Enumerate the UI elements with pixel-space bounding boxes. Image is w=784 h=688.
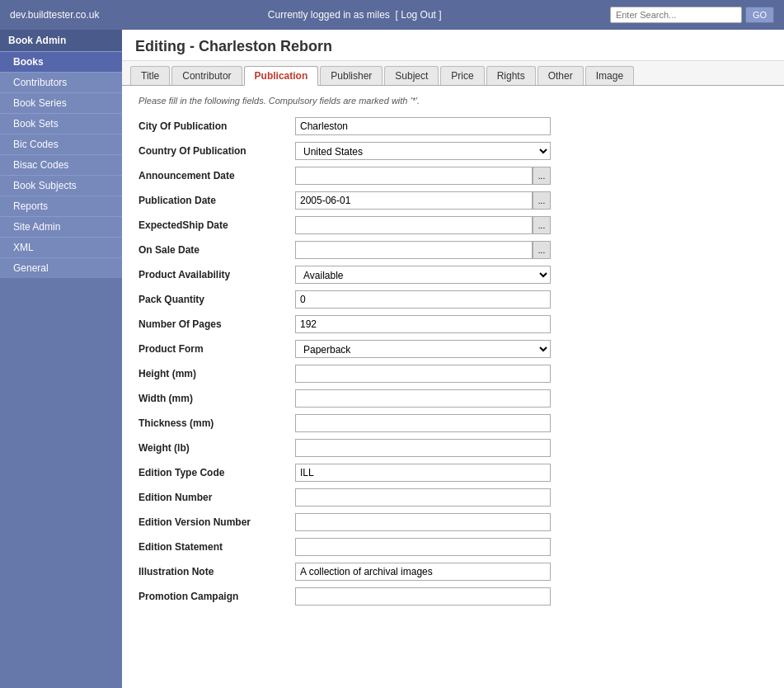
main-content: Editing - Charleston Reborn TitleContrib… [122, 30, 784, 688]
input-width[interactable] [295, 389, 551, 408]
sidebar-item-book-subjects[interactable]: Book Subjects [0, 175, 122, 196]
sidebar-item-general[interactable]: General [0, 257, 122, 278]
label-width: Width (mm) [138, 393, 295, 404]
form-note: Please fill in the following fields. Com… [138, 96, 768, 106]
input-edition-statement[interactable] [295, 538, 551, 556]
control-promotion-campaign [295, 587, 551, 606]
sidebar-item-contributors[interactable]: Contributors [0, 72, 122, 92]
form-row-promotion-campaign: Promotion Campaign [138, 587, 768, 606]
label-product-form: Product Form [138, 343, 295, 355]
sidebar-section-header[interactable]: Book Admin [0, 30, 122, 51]
label-edition-type-code: Edition Type Code [138, 467, 295, 478]
form-row-country-of-publication: Country Of PublicationUnited StatesUnite… [138, 142, 768, 160]
select-product-availability[interactable]: AvailableUnavailableOut of Print [295, 266, 551, 284]
input-height[interactable] [295, 365, 551, 383]
input-edition-type-code[interactable] [295, 464, 551, 482]
control-expected-ship-date: ... [295, 216, 551, 234]
control-pack-quantity [295, 290, 551, 309]
form-row-edition-number: Edition Number [138, 488, 768, 507]
form-row-edition-type-code: Edition Type Code [138, 464, 768, 482]
login-info: Currently logged in as miles [ Log Out ] [268, 9, 442, 21]
label-weight: Weight (lb) [138, 442, 295, 454]
form-row-thickness: Thickness (mm) [138, 414, 768, 432]
sidebar-item-xml[interactable]: XML [0, 237, 122, 257]
select-country-of-publication[interactable]: United StatesUnited KingdomCanadaAustral… [295, 142, 551, 160]
label-thickness: Thickness (mm) [138, 417, 295, 429]
control-height [295, 365, 551, 383]
form-row-width: Width (mm) [138, 389, 768, 408]
logout-link[interactable]: Log Out [401, 9, 436, 21]
input-edition-number[interactable] [295, 488, 551, 507]
date-picker-btn-on-sale-date[interactable]: ... [533, 241, 551, 259]
input-number-of-pages[interactable] [295, 315, 551, 333]
sidebar-item-book-series[interactable]: Book Series [0, 92, 122, 113]
input-wrap-expected-ship-date: ... [295, 216, 551, 234]
search-area: GO [610, 7, 774, 23]
control-product-form: PaperbackHardbackEbookAudio CD [295, 340, 551, 358]
form-row-illustration-note: Illustration Note [138, 563, 768, 581]
date-picker-btn-announcement-date[interactable]: ... [533, 167, 551, 185]
input-illustration-note[interactable] [295, 563, 551, 581]
tab-contributor[interactable]: Contributor [171, 66, 242, 85]
label-edition-statement: Edition Statement [138, 541, 295, 553]
sidebar-item-book-sets[interactable]: Book Sets [0, 113, 122, 134]
search-go-button[interactable]: GO [745, 7, 774, 23]
sidebar-item-bisac-codes[interactable]: Bisac Codes [0, 154, 122, 175]
sidebar-item-site-admin[interactable]: Site Admin [0, 216, 122, 237]
control-announcement-date: ... [295, 167, 551, 185]
form-row-edition-statement: Edition Statement [138, 538, 768, 556]
control-width [295, 389, 551, 408]
input-on-sale-date[interactable] [295, 241, 533, 259]
control-country-of-publication: United StatesUnited KingdomCanadaAustral… [295, 142, 551, 160]
input-pack-quantity[interactable] [295, 290, 551, 309]
form-row-product-availability: Product AvailabilityAvailableUnavailable… [138, 266, 768, 284]
tab-title[interactable]: Title [130, 66, 170, 85]
tab-price[interactable]: Price [440, 66, 484, 85]
input-city-of-publication[interactable] [295, 117, 551, 135]
form-row-product-form: Product FormPaperbackHardbackEbookAudio … [138, 340, 768, 358]
control-city-of-publication [295, 117, 551, 135]
label-expected-ship-date: ExpectedShip Date [138, 219, 295, 231]
label-product-availability: Product Availability [138, 269, 295, 280]
tab-image[interactable]: Image [585, 66, 634, 85]
tab-subject[interactable]: Subject [384, 66, 439, 85]
tab-other[interactable]: Other [538, 66, 584, 85]
control-edition-statement [295, 538, 551, 556]
input-wrap-on-sale-date: ... [295, 241, 551, 259]
form-row-pack-quantity: Pack Quantity [138, 290, 768, 309]
control-number-of-pages [295, 315, 551, 333]
label-publication-date: Publication Date [138, 195, 295, 206]
form-row-number-of-pages: Number Of Pages [138, 315, 768, 333]
tab-publication[interactable]: Publication [244, 66, 319, 86]
sidebar-item-bic-codes[interactable]: Bic Codes [0, 134, 122, 154]
site-url: dev.buildtester.co.uk [10, 9, 100, 21]
date-picker-btn-publication-date[interactable]: ... [533, 191, 551, 210]
label-illustration-note: Illustration Note [138, 566, 295, 577]
input-edition-version-number[interactable] [295, 513, 551, 531]
form-row-on-sale-date: On Sale Date... [138, 241, 768, 259]
label-pack-quantity: Pack Quantity [138, 294, 295, 305]
label-announcement-date: Announcement Date [138, 170, 295, 181]
input-promotion-campaign[interactable] [295, 587, 551, 606]
search-input[interactable] [610, 7, 742, 23]
label-promotion-campaign: Promotion Campaign [138, 591, 295, 602]
input-publication-date[interactable] [295, 191, 533, 210]
select-product-form[interactable]: PaperbackHardbackEbookAudio CD [295, 340, 551, 358]
label-city-of-publication: City Of Publication [138, 120, 295, 132]
input-announcement-date[interactable] [295, 167, 533, 185]
tab-publisher[interactable]: Publisher [320, 66, 383, 85]
sidebar-item-reports[interactable]: Reports [0, 196, 122, 216]
input-expected-ship-date[interactable] [295, 216, 533, 234]
form-row-announcement-date: Announcement Date... [138, 167, 768, 185]
input-thickness[interactable] [295, 414, 551, 432]
sidebar-item-books[interactable]: Books [0, 51, 122, 72]
label-height: Height (mm) [138, 368, 295, 379]
tab-rights[interactable]: Rights [486, 66, 536, 85]
form-row-city-of-publication: City Of Publication [138, 117, 768, 135]
input-weight[interactable] [295, 439, 551, 457]
date-picker-btn-expected-ship-date[interactable]: ... [533, 216, 551, 234]
control-illustration-note [295, 563, 551, 581]
form-area: Please fill in the following fields. Com… [122, 86, 784, 622]
topbar: dev.buildtester.co.uk Currently logged i… [0, 0, 784, 30]
form-row-weight: Weight (lb) [138, 439, 768, 457]
